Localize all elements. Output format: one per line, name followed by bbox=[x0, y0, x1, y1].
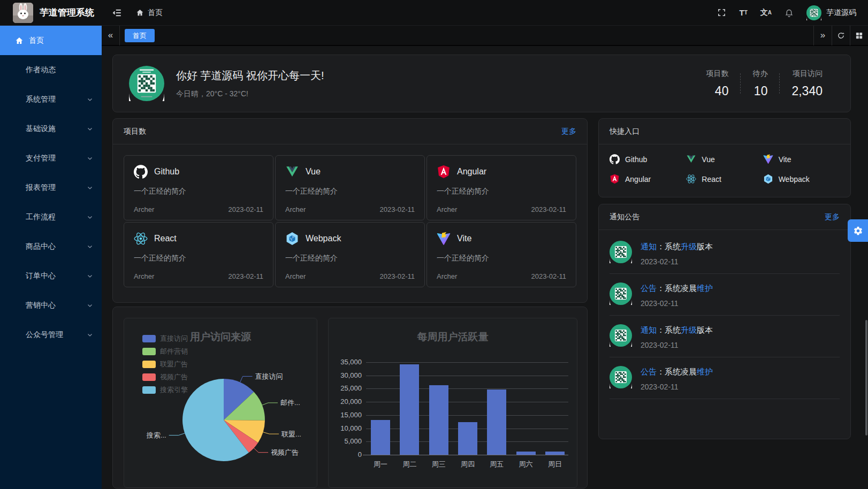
tab-home[interactable]: 首页 bbox=[125, 29, 155, 42]
sidebar-item-label: 系统管理 bbox=[26, 95, 56, 104]
sidebar-item-4[interactable]: 支付管理 bbox=[0, 143, 102, 173]
stat-0: 项目数40 bbox=[694, 69, 740, 98]
stat-label: 项目访问 bbox=[791, 69, 823, 79]
x-tick-label: 周二 bbox=[395, 460, 424, 469]
shortcut-vite[interactable]: Vite bbox=[763, 154, 840, 164]
notices-more-link[interactable]: 更多 bbox=[825, 212, 840, 222]
stat-value: 2,340 bbox=[791, 84, 823, 98]
sidebar-item-label: 订单中心 bbox=[26, 271, 56, 281]
notice-texts: 通知：系统升级版本2023-02-11 bbox=[641, 241, 713, 266]
project-card-github[interactable]: Github一个正经的简介Archer2023-02-11 bbox=[124, 155, 273, 220]
notice-texts: 通知：系统升级版本2023-02-11 bbox=[641, 324, 713, 349]
breadcrumb[interactable]: 首页 bbox=[136, 8, 163, 18]
gridline-20,000 bbox=[366, 402, 568, 402]
sidebar-item-label: 支付管理 bbox=[26, 154, 56, 163]
weather-text: 今日晴，20°C - 32°C! bbox=[176, 89, 324, 99]
bar-周日[interactable] bbox=[545, 452, 565, 455]
notice-list: 通知：系统升级版本2023-02-11公告：系统凌晨维护2023-02-11通知… bbox=[599, 230, 850, 399]
shortcut-label: React bbox=[702, 175, 721, 184]
shortcut-webpack[interactable]: Webpack bbox=[763, 174, 840, 184]
stats-group: 项目数40待办10项目访问2,340 bbox=[694, 69, 834, 98]
project-date: 2023-02-11 bbox=[228, 272, 263, 280]
notice-item-2[interactable]: 通知：系统升级版本2023-02-11 bbox=[610, 316, 840, 357]
notice-tag: 通知 bbox=[641, 242, 657, 251]
sidebar-collapse-icon[interactable] bbox=[112, 8, 122, 18]
sidebar-item-1[interactable]: 作者动态 bbox=[0, 55, 102, 85]
notice-tag: 公告 bbox=[641, 367, 657, 376]
tabs-scroll-right-button[interactable]: » bbox=[813, 25, 832, 45]
shortcut-label: Github bbox=[625, 155, 647, 164]
notice-avatar bbox=[610, 282, 632, 305]
bar-周二[interactable] bbox=[400, 364, 419, 455]
sidebar-item-home[interactable]: 首页 bbox=[0, 26, 102, 55]
notice-item-1[interactable]: 公告：系统凌晨维护2023-02-11 bbox=[610, 274, 840, 316]
angular-icon bbox=[610, 174, 620, 184]
stat-value: 40 bbox=[706, 84, 728, 98]
y-tick-label: 10,000 bbox=[330, 424, 362, 432]
sidebar-item-6[interactable]: 工作流程 bbox=[0, 202, 102, 232]
project-card-angular[interactable]: Angular一个正经的简介Archer2023-02-11 bbox=[427, 155, 576, 220]
project-card-header: Github bbox=[134, 165, 263, 179]
project-card-vite[interactable]: Vite一个正经的简介Archer2023-02-11 bbox=[427, 222, 576, 287]
notification-bell-icon[interactable] bbox=[785, 8, 794, 17]
sidebar-item-3[interactable]: 基础设施 bbox=[0, 114, 102, 143]
project-date: 2023-02-11 bbox=[379, 205, 415, 213]
sidebar-item-9[interactable]: 营销中心 bbox=[0, 291, 102, 320]
project-card-vue[interactable]: Vue一个正经的简介Archer2023-02-11 bbox=[275, 155, 425, 220]
breadcrumb-label: 首页 bbox=[148, 8, 163, 18]
notice-item-3[interactable]: 公告：系统凌晨维护2023-02-11 bbox=[610, 357, 840, 399]
notice-item-0[interactable]: 通知：系统升级版本2023-02-11 bbox=[610, 232, 840, 274]
profile-qr-avatar bbox=[129, 66, 164, 101]
language-icon[interactable]: 文A bbox=[760, 8, 772, 18]
user-name: 芋道源码 bbox=[826, 8, 856, 18]
user-menu[interactable]: 芋道源码 bbox=[806, 5, 856, 20]
x-tick-label: 周四 bbox=[453, 460, 482, 469]
notice-date: 2023-02-11 bbox=[641, 257, 713, 266]
shortcut-label: Vue bbox=[702, 155, 714, 164]
bar-周四[interactable] bbox=[458, 422, 477, 455]
project-card-react[interactable]: React一个正经的简介Archer2023-02-11 bbox=[124, 222, 273, 287]
project-description: 一个正经的简介 bbox=[134, 187, 263, 196]
notice-title: 通知：系统升级版本 bbox=[641, 325, 713, 335]
chevron-down-icon bbox=[87, 302, 93, 309]
project-description: 一个正经的简介 bbox=[285, 187, 415, 196]
font-size-icon[interactable]: TT bbox=[739, 8, 747, 17]
bar-周一[interactable] bbox=[371, 420, 390, 455]
y-tick-label: 35,000 bbox=[330, 358, 362, 366]
project-card-webpack[interactable]: Webpack一个正经的简介Archer2023-02-11 bbox=[275, 222, 425, 287]
shortcut-github[interactable]: Github bbox=[610, 154, 686, 164]
page-scrollbar-thumb[interactable] bbox=[865, 320, 867, 435]
sidebar-item-8[interactable]: 订单中心 bbox=[0, 261, 102, 291]
shortcut-vue[interactable]: Vue bbox=[686, 154, 763, 164]
shortcut-label: Webpack bbox=[779, 175, 810, 184]
shortcuts-grid: GithubVueViteAngularReactWebpack bbox=[599, 144, 850, 194]
bar-周六[interactable] bbox=[516, 452, 536, 455]
sidebar-item-7[interactable]: 商品中心 bbox=[0, 232, 102, 261]
shortcut-react[interactable]: React bbox=[686, 174, 763, 184]
sidebar-item-5[interactable]: 报表管理 bbox=[0, 173, 102, 202]
project-author: Archer bbox=[134, 205, 154, 213]
greeting-title: 你好 芋道源码 祝你开心每一天! bbox=[176, 68, 324, 83]
x-tick-label: 周日 bbox=[540, 460, 569, 469]
bar-周五[interactable] bbox=[487, 389, 506, 455]
projects-more-link[interactable]: 更多 bbox=[561, 127, 576, 136]
tabs-scroll-left-button[interactable]: « bbox=[102, 25, 120, 45]
theme-settings-button[interactable] bbox=[848, 219, 868, 242]
fullscreen-icon[interactable] bbox=[717, 8, 726, 17]
refresh-icon[interactable] bbox=[832, 25, 850, 45]
webpack-icon bbox=[763, 174, 773, 184]
project-author: Archer bbox=[134, 272, 154, 280]
shortcut-angular[interactable]: Angular bbox=[610, 174, 686, 184]
pie-chart[interactable]: 直接访问邮件...联盟...视频广告搜索... bbox=[124, 318, 317, 487]
logo-area[interactable]: 芋道管理系统 bbox=[0, 3, 102, 23]
notice-date: 2023-02-11 bbox=[641, 341, 713, 349]
sidebar-item-label: 工作流程 bbox=[26, 212, 56, 222]
gridline-15,000 bbox=[366, 415, 568, 416]
gridline-35,000 bbox=[366, 362, 568, 363]
sidebar-item-2[interactable]: 系统管理 bbox=[0, 85, 102, 114]
layout-grid-icon[interactable] bbox=[850, 25, 868, 45]
bar-周三[interactable] bbox=[429, 385, 448, 455]
sidebar-item-10[interactable]: 公众号管理 bbox=[0, 320, 102, 349]
angular-icon bbox=[437, 165, 451, 179]
y-tick-label: 25,000 bbox=[330, 384, 362, 392]
